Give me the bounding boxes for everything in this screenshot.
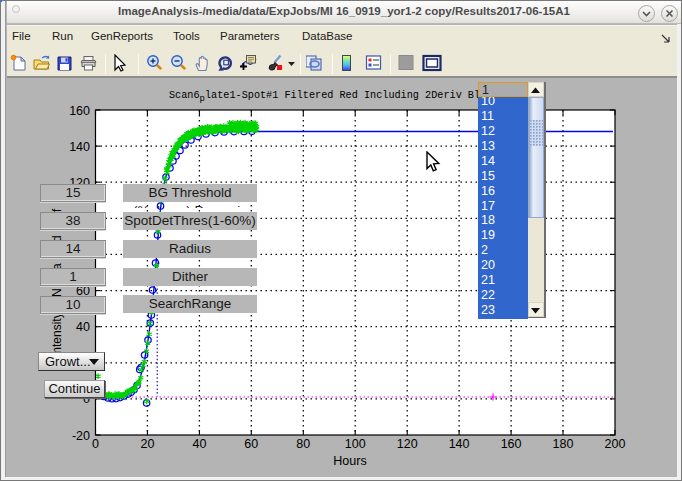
svg-text:80: 80: [296, 437, 310, 451]
svg-text:60: 60: [244, 437, 258, 451]
svg-text:0: 0: [92, 437, 99, 451]
svg-text:160: 160: [69, 104, 90, 118]
svg-text:140: 140: [449, 437, 470, 451]
svg-text:140: 140: [69, 140, 90, 154]
svg-text:20: 20: [140, 437, 154, 451]
svg-text:120: 120: [397, 437, 418, 451]
svg-text:Intensity: Intensity: [50, 312, 64, 357]
svg-text:40: 40: [76, 320, 90, 334]
svg-text:180: 180: [553, 437, 574, 451]
svg-text:200: 200: [605, 437, 626, 451]
svg-text:-20: -20: [72, 429, 90, 443]
svg-text:40: 40: [192, 437, 206, 451]
svg-text:Scan6plate1-Spot#1 Filtered Re: Scan6plate1-Spot#1 Filtered Red Includin…: [169, 90, 492, 104]
svg-text:100: 100: [345, 437, 366, 451]
svg-text:160: 160: [501, 437, 522, 451]
svg-text:Hours: Hours: [333, 454, 366, 468]
